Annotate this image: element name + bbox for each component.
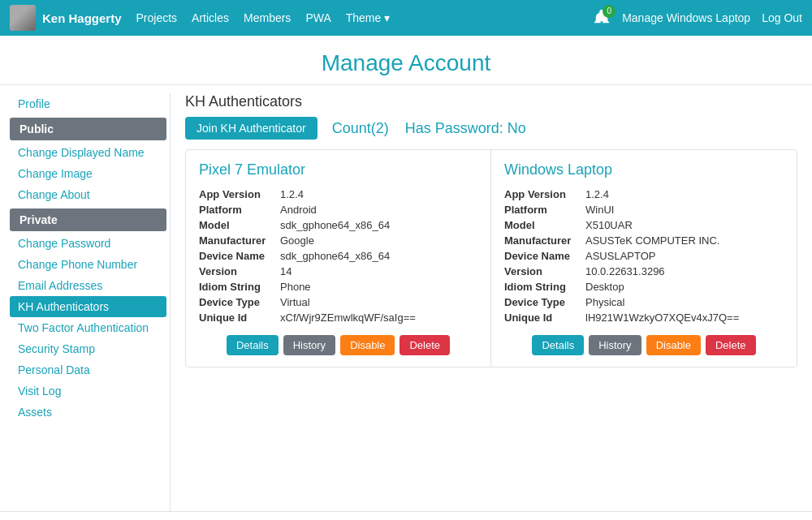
device-card-1: Windows Laptop App Version1.2.4PlatformW… [491,150,797,367]
field-label: Unique Id [504,310,585,325]
device-0-row-1: PlatformAndroid [199,202,477,217]
sidebar-item-change-displayed-name[interactable]: Change Displayed Name [10,142,170,163]
device-1-row-7: Device TypePhysical [504,294,784,310]
device-name-0: Pixel 7 Emulator [199,161,477,178]
sidebar-item-change-image[interactable]: Change Image [10,163,170,184]
auth-count: Count(2) Has Password: No [332,120,526,137]
sidebar-item-change-about[interactable]: Change About [10,184,170,205]
field-label: Model [199,217,280,233]
device-1-row-8: Unique IdlH921W1WzkyO7XQEv4xJ7Q== [504,310,784,325]
field-label: Idiom String [504,279,585,294]
field-value: 1.2.4 [585,187,784,202]
field-value: xCf/Wjr9ZEmwlkqWF/saIg== [280,310,477,325]
field-value: Google [280,233,477,248]
device-0-row-3: ManufacturerGoogle [199,233,477,248]
device-0-details-button[interactable]: Details [227,335,279,355]
field-label: Unique Id [199,310,280,325]
sidebar-item-personal-data[interactable]: Personal Data [10,359,170,380]
field-value: lH921W1WzkyO7XQEv4xJ7Q== [585,310,784,325]
nav-pwa[interactable]: PWA [305,11,330,24]
device-name-1: Windows Laptop [504,161,784,178]
field-label: Manufacturer [504,233,585,248]
device-1-delete-button[interactable]: Delete [706,335,756,355]
field-label: Device Type [199,294,280,310]
field-label: App Version [504,187,585,202]
nav-projects[interactable]: Projects [136,11,178,24]
device-1-row-1: PlatformWinUI [504,202,784,217]
sidebar: Profile Public Change Displayed Name Cha… [0,93,171,511]
field-label: Version [504,264,585,279]
device-0-row-6: Idiom StringPhone [199,279,477,294]
sidebar-item-email-addresses[interactable]: Email Addresses [10,275,170,296]
device-1-disable-button[interactable]: Disable [646,335,701,355]
navbar: Ken Haggerty Projects Articles Members P… [0,0,812,36]
content-area: KH Authenticators Join KH Authenticator … [171,93,812,511]
nav-right: 0 Manage Windows Laptop Log Out [593,8,802,28]
field-label: Device Type [504,294,585,310]
field-value: ASUSTeK COMPUTER INC. [585,233,784,248]
device-1-history-button[interactable]: History [589,335,641,355]
field-value: Phone [280,279,477,294]
manage-windows-link[interactable]: Manage Windows Laptop [622,11,750,24]
nav-theme[interactable]: Theme ▾ [346,11,390,24]
sidebar-group-private: Private [10,208,166,231]
device-0-row-0: App Version1.2.4 [199,187,477,202]
field-value: WinUI [585,202,784,217]
sidebar-item-visit-log[interactable]: Visit Log [10,380,170,402]
auth-header: Join KH Authenticator Count(2) Has Passw… [185,117,797,140]
sidebar-item-assets[interactable]: Assets [10,402,170,423]
sidebar-item-profile[interactable]: Profile [10,93,170,114]
sidebar-item-two-factor[interactable]: Two Factor Authentication [10,317,170,338]
device-1-details-button[interactable]: Details [532,335,584,355]
field-value: 10.0.22631.3296 [585,264,784,279]
device-0-row-8: Unique IdxCf/Wjr9ZEmwlkqWF/saIg== [199,310,477,325]
devices-grid: Pixel 7 Emulator App Version1.2.4Platfor… [185,149,797,367]
device-0-row-4: Device Namesdk_gphone64_x86_64 [199,248,477,264]
field-label: Platform [199,202,280,217]
device-0-history-button[interactable]: History [283,335,335,355]
field-value: 14 [280,264,477,279]
field-value: 1.2.4 [280,187,477,202]
sidebar-item-kh-authenticators[interactable]: KH Authenticators [10,296,166,317]
device-0-row-5: Version14 [199,264,477,279]
field-label: Device Name [199,248,280,264]
chevron-down-icon: ▾ [384,11,390,24]
device-1-row-6: Idiom StringDesktop [504,279,784,294]
field-label: App Version [199,187,280,202]
device-actions-1: Details History Disable Delete [504,335,784,355]
device-1-row-3: ManufacturerASUSTeK COMPUTER INC. [504,233,784,248]
device-0-row-7: Device TypeVirtual [199,294,477,310]
field-label: Platform [504,202,585,217]
brand-name: Ken Haggerty [42,11,122,25]
device-table-1: App Version1.2.4PlatformWinUIModelX510UA… [504,187,784,325]
device-1-row-5: Version10.0.22631.3296 [504,264,784,279]
field-value: sdk_gphone64_x86_64 [280,248,477,264]
bell-icon[interactable]: 0 [593,8,611,28]
device-0-row-2: Modelsdk_gphone64_x86_64 [199,217,477,233]
nav-articles[interactable]: Articles [192,11,229,24]
sidebar-item-security-stamp[interactable]: Security Stamp [10,338,170,359]
field-value: Virtual [280,294,477,310]
sidebar-item-change-phone[interactable]: Change Phone Number [10,254,170,275]
device-1-row-0: App Version1.2.4 [504,187,784,202]
nav-links: Projects Articles Members PWA Theme ▾ [136,11,594,24]
field-label: Device Name [504,248,585,264]
field-value: ASUSLAPTOP [585,248,784,264]
device-0-disable-button[interactable]: Disable [340,335,395,355]
field-value: Android [280,202,477,217]
device-card-0: Pixel 7 Emulator App Version1.2.4Platfor… [186,150,491,367]
field-label: Version [199,264,280,279]
main-container: Profile Public Change Displayed Name Cha… [0,85,812,511]
logout-link[interactable]: Log Out [762,11,802,24]
nav-members[interactable]: Members [244,11,291,24]
device-0-delete-button[interactable]: Delete [400,335,450,355]
field-value: Physical [585,294,784,310]
device-table-0: App Version1.2.4PlatformAndroidModelsdk_… [199,187,477,325]
device-1-row-4: Device NameASUSLAPTOP [504,248,784,264]
brand: Ken Haggerty [10,5,122,31]
sidebar-item-change-password[interactable]: Change Password [10,233,170,254]
avatar [10,5,36,31]
section-title: KH Authenticators [185,93,797,110]
notification-badge: 0 [603,5,615,18]
join-authenticator-button[interactable]: Join KH Authenticator [185,117,317,140]
